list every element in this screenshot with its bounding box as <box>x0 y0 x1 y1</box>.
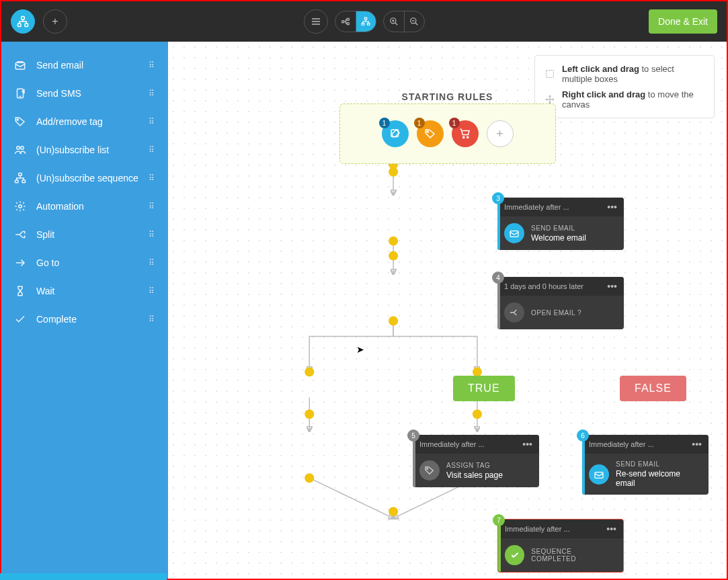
svg-rect-3 <box>341 21 343 23</box>
drag-handle-icon[interactable] <box>149 173 156 183</box>
canvas[interactable]: Left click and drag to select multiple b… <box>168 42 727 579</box>
node-title: Welcome email <box>531 233 586 243</box>
node-open-email-check[interactable]: 4 1 days and 0 hours later••• OPEN EMAIL… <box>497 277 624 329</box>
svg-point-37 <box>389 507 398 516</box>
drag-handle-icon[interactable] <box>149 258 156 267</box>
select-icon <box>544 68 555 80</box>
starting-rules-box[interactable]: 1 1 1 + <box>339 103 556 164</box>
sidebar-item-split[interactable]: Split <box>1 220 168 249</box>
node-resend-email[interactable]: 6 Immediately after ...••• SEND EMAILRe-… <box>582 435 709 495</box>
rule-badge: 1 <box>379 118 390 128</box>
starting-rule-form[interactable]: 1 <box>382 120 409 147</box>
svg-rect-43 <box>510 231 518 237</box>
node-menu-button[interactable]: ••• <box>607 281 617 292</box>
bottom-accent-bar <box>0 573 167 580</box>
svg-point-22 <box>389 167 398 177</box>
svg-rect-11 <box>15 63 25 69</box>
add-button[interactable]: + <box>43 9 67 34</box>
workflow-mode-button[interactable] <box>11 9 35 34</box>
check-icon <box>505 545 524 565</box>
node-number-badge: 3 <box>492 192 504 204</box>
svg-point-44 <box>427 468 428 469</box>
done-exit-button[interactable]: Done & Exit <box>649 9 717 34</box>
starting-rule-tag[interactable]: 1 <box>417 120 444 147</box>
svg-point-30 <box>305 409 314 419</box>
sidebar-item-complete[interactable]: Complete <box>1 305 168 333</box>
svg-point-19 <box>19 205 22 208</box>
sidebar-item-subscribe-sequence[interactable]: (Un)subscribe sequence <box>1 164 168 192</box>
help-left-bold: Left click and drag <box>562 64 639 74</box>
sidebar-item-send-sms[interactable]: Send SMS <box>1 79 168 108</box>
branch-false-label[interactable]: FALSE <box>620 376 686 401</box>
svg-rect-38 <box>547 71 554 78</box>
node-timing: Immediately after ... <box>589 440 654 448</box>
svg-rect-18 <box>22 180 26 183</box>
svg-point-26 <box>389 316 398 325</box>
help-panel: Left click and drag to select multiple b… <box>534 55 715 118</box>
node-send-email-welcome[interactable]: 3 Immediately after ...••• SEND EMAILWel… <box>497 198 624 250</box>
node-type: SEND EMAIL <box>531 224 586 232</box>
svg-rect-2 <box>25 24 28 27</box>
zoom-out-button[interactable] <box>404 11 424 32</box>
node-menu-button[interactable]: ••• <box>522 439 532 450</box>
sidebar-item-label: Send email <box>36 60 139 71</box>
sidebar-item-label: Wait <box>36 286 139 296</box>
layout-vertical-button[interactable] <box>356 11 376 32</box>
arrow-right-icon <box>13 257 27 269</box>
zoom-in-button[interactable] <box>384 11 404 32</box>
svg-rect-8 <box>367 23 370 25</box>
branch-true-label[interactable]: TRUE <box>453 376 515 401</box>
drag-handle-icon[interactable] <box>149 230 156 239</box>
node-assign-tag[interactable]: 5 Immediately after ...••• ASSIGN TAGVis… <box>413 435 539 487</box>
drag-handle-icon[interactable] <box>149 145 156 155</box>
rule-badge: 1 <box>449 118 460 128</box>
svg-rect-4 <box>347 18 349 20</box>
list-view-button[interactable] <box>304 9 328 34</box>
gear-icon <box>13 200 27 212</box>
svg-rect-17 <box>15 180 19 183</box>
top-bar: + Done & Exit <box>1 1 727 42</box>
sidebar-item-wait[interactable]: Wait <box>1 277 168 305</box>
node-number-badge: 4 <box>492 272 504 284</box>
node-menu-button[interactable]: ••• <box>606 524 616 534</box>
sidebar-item-tag[interactable]: Add/remove tag <box>1 108 168 136</box>
drag-handle-icon[interactable] <box>149 89 156 98</box>
svg-rect-6 <box>364 17 367 19</box>
node-type: SEQUENCE COMPLETED <box>531 548 616 563</box>
sidebar-item-label: Go to <box>36 257 139 268</box>
sidebar-item-automation[interactable]: Automation <box>1 192 168 220</box>
split-icon <box>13 229 27 241</box>
node-menu-button[interactable]: ••• <box>692 439 702 450</box>
drag-handle-icon[interactable] <box>149 315 156 324</box>
svg-line-33 <box>309 478 393 518</box>
sidebar-item-label: Add/remove tag <box>36 116 139 127</box>
starting-rule-add[interactable]: + <box>487 120 514 147</box>
node-timing: Immediately after ... <box>504 203 569 211</box>
email-icon <box>504 223 524 243</box>
node-type: ASSIGN TAG <box>446 462 503 469</box>
node-type: SEND EMAIL <box>616 460 702 468</box>
svg-rect-0 <box>22 17 25 20</box>
sidebar-item-label: (Un)subscribe sequence <box>36 173 139 183</box>
drag-handle-icon[interactable] <box>149 60 156 70</box>
split-icon <box>504 302 524 323</box>
layout-horizontal-button[interactable] <box>335 11 356 32</box>
drag-handle-icon[interactable] <box>149 286 156 296</box>
people-icon <box>13 144 27 156</box>
svg-point-24 <box>389 237 398 246</box>
node-sequence-completed[interactable]: 7 Immediately after ...••• SEQUENCE COMP… <box>497 519 624 573</box>
help-right-bold: Right click and drag <box>562 89 645 99</box>
svg-point-13 <box>17 119 18 120</box>
svg-rect-7 <box>362 23 364 25</box>
svg-point-35 <box>305 473 314 483</box>
sidebar-item-subscribe-list[interactable]: (Un)subscribe list <box>1 136 168 164</box>
starting-rule-cart[interactable]: 1 <box>452 120 479 147</box>
sidebar-item-goto[interactable]: Go to <box>1 249 168 277</box>
node-menu-button[interactable]: ••• <box>607 202 617 212</box>
cursor-icon: ➤ <box>356 344 364 355</box>
tag-icon <box>419 460 440 481</box>
drag-handle-icon[interactable] <box>149 117 156 126</box>
sidebar-item-send-email[interactable]: Send email <box>1 51 168 79</box>
sidebar: Send email Send SMS Add/remove tag (Un)s… <box>1 42 168 579</box>
drag-handle-icon[interactable] <box>149 202 156 211</box>
